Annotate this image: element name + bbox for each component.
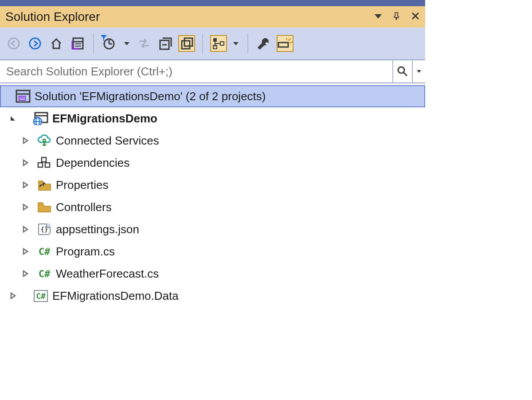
connected-services-node[interactable]: Connected Services	[0, 129, 425, 152]
svg-point-4	[30, 38, 40, 49]
csharp-project-icon: C#	[33, 290, 49, 302]
svg-rect-24	[278, 43, 288, 47]
svg-marker-30	[417, 70, 421, 73]
svg-marker-44	[23, 160, 27, 165]
collapse-arrow-icon[interactable]	[20, 137, 30, 144]
cloud-icon	[36, 134, 52, 147]
tree-view[interactable]: Solution 'EFMigrationsDemo' (2 of 2 proj…	[0, 83, 425, 309]
track-active-item-button[interactable]	[210, 35, 227, 52]
svg-marker-35	[11, 116, 15, 121]
solution-label: Solution 'EFMigrationsDemo' (2 of 2 proj…	[31, 90, 266, 103]
panel-title: Solution Explorer	[5, 10, 374, 24]
node-label: Properties	[52, 178, 109, 192]
panel-titlebar: Solution Explorer	[0, 6, 425, 27]
node-label: Connected Services	[52, 134, 159, 148]
svg-marker-55	[11, 293, 15, 298]
collapse-arrow-icon[interactable]	[20, 181, 30, 188]
svg-marker-54	[23, 271, 27, 276]
csharp-file-icon: C#	[36, 268, 52, 279]
web-project-icon	[33, 112, 49, 125]
svg-marker-0	[375, 14, 382, 19]
svg-line-26	[289, 42, 293, 43]
node-label: Dependencies	[52, 156, 129, 170]
folder-icon	[36, 201, 52, 213]
svg-line-27	[286, 38, 287, 40]
svg-marker-41	[23, 138, 27, 143]
node-label: WeatherForecast.cs	[52, 267, 159, 281]
svg-point-43	[43, 139, 46, 142]
collapse-arrow-icon[interactable]	[20, 248, 30, 255]
svg-marker-51	[23, 204, 27, 210]
properties-button[interactable]	[255, 35, 272, 52]
project-node[interactable]: EFMigrationsDemo	[0, 107, 425, 129]
toolbar-separator	[93, 34, 94, 53]
search-button[interactable]	[392, 60, 412, 82]
collapse-arrow-icon[interactable]	[8, 292, 18, 299]
collapse-arrow-icon[interactable]	[20, 204, 30, 211]
forward-button[interactable]	[27, 35, 43, 52]
svg-rect-47	[42, 157, 46, 162]
controllers-node[interactable]: Controllers	[0, 196, 425, 218]
weather-node[interactable]: C# WeatherForecast.cs	[0, 263, 425, 285]
svg-marker-50	[23, 182, 27, 188]
sync-button[interactable]	[136, 35, 153, 52]
collapse-arrow-icon[interactable]	[20, 270, 30, 277]
svg-rect-18	[213, 38, 217, 42]
close-button[interactable]	[411, 12, 420, 22]
svg-rect-16	[182, 41, 190, 49]
svg-point-28	[398, 67, 404, 73]
svg-rect-20	[220, 42, 224, 45]
program-node[interactable]: C# Program.cs	[0, 240, 425, 263]
filter-button[interactable]	[101, 35, 118, 52]
svg-rect-46	[45, 163, 50, 167]
search-row	[0, 59, 425, 83]
collapse-arrow-icon[interactable]	[20, 159, 30, 166]
dependencies-icon	[36, 157, 52, 169]
window-options-button[interactable]	[374, 12, 383, 22]
toolbar	[0, 27, 425, 59]
project-label: EFMigrationsDemo	[49, 112, 157, 125]
switch-views-button[interactable]	[69, 35, 86, 52]
back-button[interactable]	[5, 35, 22, 52]
show-all-files-button[interactable]	[178, 35, 195, 52]
toolbar-separator	[247, 34, 248, 53]
svg-rect-45	[38, 163, 43, 167]
csharp-file-icon: C#	[36, 246, 52, 257]
svg-point-3	[8, 38, 19, 49]
search-input[interactable]	[0, 60, 392, 82]
svg-rect-17	[184, 38, 192, 46]
toolbar-separator	[202, 34, 203, 53]
track-dropdown-button[interactable]	[231, 35, 240, 52]
solution-node[interactable]: Solution 'EFMigrationsDemo' (2 of 2 proj…	[0, 85, 425, 107]
svg-marker-12	[101, 35, 107, 41]
collapse-arrow-icon[interactable]	[20, 226, 30, 233]
project2-node[interactable]: C# EFMigrationsDemo.Data	[0, 285, 425, 307]
svg-marker-53	[23, 249, 27, 254]
svg-marker-52	[23, 227, 27, 232]
properties-folder-icon	[36, 179, 52, 191]
node-label: appsettings.json	[52, 223, 139, 236]
svg-line-25	[288, 38, 291, 41]
search-dropdown-button[interactable]	[412, 60, 425, 82]
preview-selected-button[interactable]	[277, 35, 293, 52]
svg-marker-23	[233, 42, 239, 45]
svg-line-29	[403, 72, 407, 76]
expand-arrow-icon[interactable]	[8, 115, 18, 122]
node-label: Program.cs	[52, 245, 115, 259]
node-label: Controllers	[52, 200, 112, 214]
svg-marker-13	[124, 42, 129, 45]
collapse-all-button[interactable]	[157, 35, 174, 52]
dependencies-node[interactable]: Dependencies	[0, 152, 425, 174]
project2-label: EFMigrationsDemo.Data	[49, 289, 179, 303]
top-accent-bar	[0, 0, 425, 6]
json-file-icon: {}	[36, 224, 52, 235]
appsettings-node[interactable]: {} appsettings.json	[0, 218, 425, 240]
properties-node[interactable]: Properties	[0, 174, 425, 196]
pin-button[interactable]	[392, 12, 401, 22]
home-button[interactable]	[48, 35, 65, 52]
solution-icon	[15, 90, 31, 103]
solution-explorer-panel: Solution Explorer Solutio	[0, 0, 425, 400]
filter-dropdown-button[interactable]	[122, 35, 131, 52]
